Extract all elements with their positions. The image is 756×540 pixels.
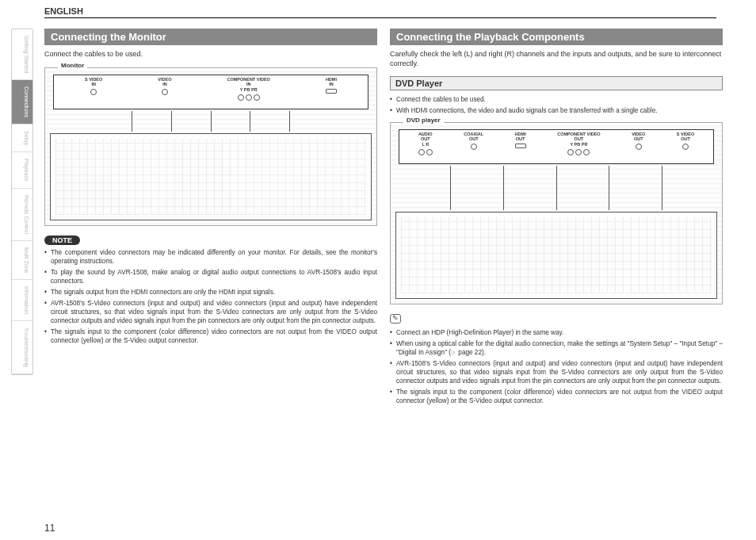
sub-bullet: Connect the cables to be used. [390,95,723,104]
left-section-title: Connecting the Monitor [44,29,377,45]
note-badge: NOTE [44,236,80,245]
dvd-wires [424,166,689,210]
sidebar-tab-connections[interactable]: Connections [12,80,32,124]
tip-item: When using a optical cable for the digit… [390,339,723,357]
left-column: Connecting the Monitor Connect the cable… [44,29,377,347]
port-hdmi-out: HDMI OUT [515,132,526,161]
sidebar-tabs: Getting Started Connections Setup Playba… [11,29,33,375]
receiver-rear-panel-right [395,212,717,299]
dvd-diagram-label: DVD player [403,117,444,124]
port-component-in: COMPONENT VIDEO IN Y PB PR [227,78,269,106]
pencil-icon [390,314,401,324]
receiver-rear-panel-left [50,133,372,220]
tip-item: Connect an HDP (High-Definition Player) … [390,328,723,337]
monitor-diagram-label: Monitor [58,62,87,69]
sidebar-tab-troubleshooting[interactable]: Troubleshooting [12,321,32,374]
sidebar-tab-multi-zone[interactable]: Multi Zone [12,241,32,281]
sidebar-tab-setup[interactable]: Setup [12,124,32,152]
sidebar-tab-playback[interactable]: Playback [12,152,32,188]
monitor-diagram: Monitor S VIDEO IN VIDEO IN COMPONENT VI… [44,67,377,226]
left-intro: Connect the cables to be used. [44,50,377,59]
port-svideo-out: S VIDEO OUT [677,132,694,161]
port-video-in: VIDEO IN [158,78,171,106]
sidebar-tab-information[interactable]: Information [12,280,32,321]
port-video-out: VIDEO OUT [632,132,645,161]
tip-item: AVR-1508's S-Video connectors (input and… [390,359,723,385]
monitor-port-row: S VIDEO IN VIDEO IN COMPONENT VIDEO IN Y… [53,75,368,109]
port-svideo-in: S VIDEO IN [85,78,102,106]
left-notes: The component video connectors may be in… [44,248,377,346]
sub-bullet: With HDMI connections, the video and aud… [390,106,723,115]
page-number: 11 [44,523,55,534]
tip-item: The signals input to the component (colo… [390,388,723,405]
port-audio-out: AUDIO OUT L R [418,132,433,161]
port-hdmi-in: HDMI IN [326,78,337,106]
note-item: To play the sound by AVR-1508, make anal… [44,268,377,285]
port-component-out: COMPONENT VIDEO OUT Y PB PR [557,132,600,161]
right-intro: Carefully check the left (L) and right (… [390,50,723,68]
right-section-title: Connecting the Playback Components [390,29,723,45]
port-coaxial-out: COAXIAL OUT [464,132,483,161]
dvd-diagram: DVD player AUDIO OUT L R COAXIAL OUT HDM… [390,122,723,304]
language-header: ENGLISH [44,6,716,18]
dvd-subtitle: DVD Player [390,76,723,90]
right-column: Connecting the Playback Components Caref… [390,29,723,408]
sidebar-tab-getting-started[interactable]: Getting Started [12,29,32,80]
sidebar-tab-remote-control[interactable]: Remote Control [12,189,32,241]
note-item: The signals output from the HDMI connect… [44,288,377,297]
note-item: AVR-1508's S-Video connectors (input and… [44,299,377,325]
note-item: The component video connectors may be in… [44,248,377,266]
dvd-sub-bullets: Connect the cables to be used. With HDMI… [390,95,723,115]
right-tips: Connect an HDP (High-Definition Player) … [390,328,723,406]
dvd-port-row: AUDIO OUT L R COAXIAL OUT HDMI OUT COMPO… [399,129,714,164]
monitor-wires [112,111,311,132]
note-item: The signals input to the component (colo… [44,327,377,345]
